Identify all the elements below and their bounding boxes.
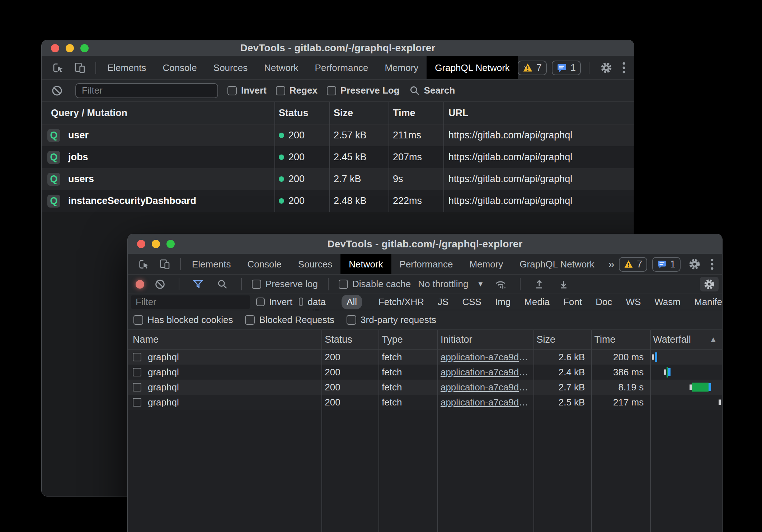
warnings-badge[interactable]: 7 [518, 61, 547, 75]
column-divider[interactable] [378, 330, 379, 532]
tab-graphql-network[interactable]: GraphQL Network [511, 254, 603, 274]
export-har-icon[interactable] [555, 277, 572, 291]
table-row[interactable]: graphql 200 fetch application-a7ca9d0… 2… [128, 365, 722, 380]
type-chip-ws[interactable]: WS [622, 295, 644, 309]
tab-console[interactable]: Console [239, 254, 290, 274]
invert-checkbox[interactable] [227, 86, 237, 95]
issues-badge[interactable]: 1 [552, 61, 581, 75]
third-party-requests-checkbox-group[interactable]: 3rd-party requests [347, 314, 436, 326]
import-har-icon[interactable] [531, 277, 548, 291]
column-header-time[interactable]: Time [591, 330, 649, 349]
device-toolbar-icon[interactable] [156, 257, 174, 272]
column-header-waterfall[interactable]: Waterfall ▲ [649, 330, 722, 349]
more-options-icon[interactable] [620, 62, 627, 74]
invert-checkbox[interactable] [256, 298, 265, 306]
tab-elements[interactable]: Elements [99, 56, 154, 79]
titlebar[interactable]: DevTools - gitlab.com/-/graphql-explorer [128, 234, 722, 254]
tab-performance[interactable]: Performance [391, 254, 461, 274]
waterfall-cell[interactable] [649, 350, 722, 365]
regex-checkbox[interactable] [276, 86, 285, 95]
regex-checkbox-group[interactable]: Regex [276, 85, 318, 96]
preserve-log-checkbox-group[interactable]: Preserve Log [327, 85, 400, 96]
tab-elements[interactable]: Elements [184, 254, 239, 274]
type-chip-all[interactable]: All [342, 295, 362, 309]
close-window-button[interactable] [137, 240, 145, 248]
preserve-log-checkbox[interactable] [252, 280, 261, 289]
type-chip-js[interactable]: JS [434, 295, 452, 309]
type-chip-img[interactable]: Img [491, 295, 514, 309]
tab-memory[interactable]: Memory [461, 254, 511, 274]
tab-memory[interactable]: Memory [376, 56, 427, 79]
column-header-initiator[interactable]: Initiator [437, 330, 533, 349]
zoom-window-button[interactable] [166, 240, 175, 248]
zoom-window-button[interactable] [80, 44, 89, 52]
device-toolbar-icon[interactable] [70, 60, 89, 76]
warnings-badge[interactable]: 7 [619, 257, 647, 272]
inspect-element-icon[interactable] [135, 257, 153, 272]
network-conditions-icon[interactable] [491, 276, 510, 292]
tab-console[interactable]: Console [154, 56, 205, 79]
row-checkbox[interactable] [133, 398, 141, 407]
record-button[interactable] [136, 280, 144, 289]
settings-gear-icon[interactable] [686, 257, 704, 272]
network-filter-input[interactable] [131, 295, 250, 309]
search-button[interactable]: Search [409, 85, 455, 96]
table-row[interactable]: Q instanceSecurityDashboard 200 2.48 kB … [42, 190, 634, 212]
throttling-dropdown[interactable]: No throttling ▼ [418, 279, 484, 290]
initiator-link[interactable]: application-a7ca9d0… [441, 382, 533, 393]
tab-sources[interactable]: Sources [290, 254, 340, 274]
network-settings-gear-button[interactable] [700, 277, 719, 291]
waterfall-cell[interactable] [649, 380, 722, 395]
tab-sources[interactable]: Sources [205, 56, 256, 79]
third-party-requests-checkbox[interactable] [347, 315, 356, 325]
table-row[interactable]: graphql 200 fetch application-a7ca9d0… 2… [128, 395, 722, 410]
column-header-status[interactable]: Status [321, 330, 378, 349]
hide-data-urls-checkbox[interactable] [299, 298, 303, 306]
column-header-time[interactable]: Time [389, 102, 443, 124]
column-header-query-mutation[interactable]: Query / Mutation [42, 102, 274, 124]
row-checkbox[interactable] [133, 353, 141, 361]
disable-cache-checkbox-group[interactable]: Disable cache [339, 279, 411, 290]
inspect-element-icon[interactable] [49, 60, 67, 76]
tab-performance[interactable]: Performance [307, 56, 377, 79]
blocked-requests-checkbox-group[interactable]: Blocked Requests [245, 314, 334, 326]
table-row[interactable]: Q users 200 2.7 kB 9s https://gitlab.com… [42, 168, 634, 190]
column-divider[interactable] [443, 102, 444, 212]
has-blocked-cookies-checkbox[interactable] [133, 315, 143, 325]
row-checkbox[interactable] [133, 383, 141, 391]
column-header-type[interactable]: Type [378, 330, 437, 349]
column-header-size[interactable]: Size [533, 330, 591, 349]
column-header-url[interactable]: URL [443, 102, 634, 124]
minimize-window-button[interactable] [66, 44, 74, 52]
row-checkbox[interactable] [133, 368, 141, 376]
column-header-size[interactable]: Size [329, 102, 389, 124]
type-chip-manifest[interactable]: Manifest [691, 295, 723, 309]
table-row[interactable]: graphql 200 fetch application-a7ca9d0… 2… [128, 350, 722, 365]
disable-cache-checkbox[interactable] [339, 280, 348, 289]
settings-gear-icon[interactable] [597, 60, 615, 75]
filter-funnel-icon[interactable] [189, 277, 207, 291]
type-chip-doc[interactable]: Doc [592, 295, 616, 309]
type-chip-css[interactable]: CSS [458, 295, 485, 309]
clear-icon[interactable] [48, 83, 66, 98]
initiator-link[interactable]: application-a7ca9d0… [441, 397, 533, 408]
more-options-icon[interactable] [709, 258, 716, 270]
invert-checkbox-group[interactable]: Invert [227, 85, 267, 96]
column-header-status[interactable]: Status [274, 102, 329, 124]
column-divider[interactable] [389, 102, 389, 212]
more-tabs-chevron-icon[interactable]: » [603, 254, 620, 274]
column-divider[interactable] [437, 330, 438, 532]
waterfall-cell[interactable] [649, 365, 722, 380]
minimize-window-button[interactable] [152, 240, 160, 248]
filter-input[interactable] [75, 83, 218, 98]
column-divider[interactable] [591, 330, 592, 532]
preserve-log-checkbox[interactable] [327, 86, 336, 95]
column-divider[interactable] [650, 330, 651, 532]
waterfall-cell[interactable] [649, 395, 722, 410]
column-divider[interactable] [274, 102, 275, 212]
type-chip-fetch-xhr[interactable]: Fetch/XHR [375, 295, 428, 309]
type-chip-wasm[interactable]: Wasm [651, 295, 684, 309]
column-header-name[interactable]: Name [128, 330, 321, 349]
search-icon[interactable] [214, 277, 231, 291]
initiator-link[interactable]: application-a7ca9d0… [441, 367, 533, 378]
